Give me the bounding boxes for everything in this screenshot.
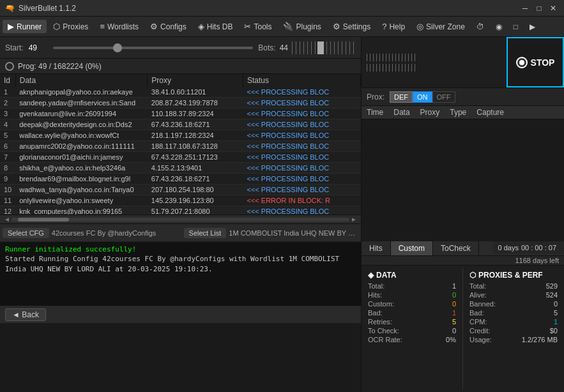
cell-data: aknphanigopal@yahoo.co.in:aekaye: [15, 87, 148, 98]
scroll-right-arrow[interactable]: ►: [349, 216, 358, 223]
cell-data: wallace.wylie@yahoo.in:wowfCt: [15, 130, 148, 141]
back-row: ◄ Back: [0, 305, 361, 323]
timer-icon: ⏱: [476, 22, 484, 31]
h-scroll-thumb[interactable]: [18, 218, 69, 222]
cell-proxy: 218.1.197.128:2324: [148, 130, 243, 141]
maximize-button[interactable]: □: [533, 3, 545, 14]
nav-proxies[interactable]: ⬡ Proxies: [48, 20, 93, 33]
nav-tools[interactable]: ✂ Tools: [239, 20, 277, 33]
table-row[interactable]: 4 deepak@dexteritydesign.co.in:Dds2 67.4…: [0, 119, 361, 130]
table-row[interactable]: 9 brendaar69@mailbox.blognet.in:g9l 67.4…: [0, 174, 361, 185]
table-row[interactable]: 8 shikha_e@yahoo.co.in:help3246a 4.155.2…: [0, 163, 361, 174]
select-list-tab[interactable]: Select List: [184, 228, 227, 238]
prox-def-option[interactable]: DEF: [390, 91, 413, 103]
stop-box[interactable]: STOP: [507, 37, 564, 87]
nav-help[interactable]: ? Help: [377, 20, 410, 33]
cell-proxy: 110.188.37.89:2324: [148, 109, 243, 119]
active-list: 1M COMBOLIST India UHQ NEW BY LORD AL: [229, 229, 358, 237]
minimize-button[interactable]: ─: [519, 3, 531, 14]
capture-headers: Time Data Proxy Type Capture: [362, 106, 564, 119]
prox-cpm-val: 1: [554, 318, 558, 326]
col-status: Status: [243, 74, 361, 87]
prox-bad-label: Bad:: [469, 309, 484, 317]
days-left-text: 1168 days left: [515, 257, 560, 264]
nav-configs-label: Configs: [160, 22, 187, 31]
prox-total-label: Total:: [469, 282, 486, 290]
table-row[interactable]: 6 anupamrc2002@yahoo.co.in:111111 188.11…: [0, 141, 361, 152]
wordlists-icon: ≡: [100, 22, 105, 31]
square-icon: □: [514, 22, 518, 31]
tab-tocheck[interactable]: ToCheck: [433, 241, 479, 255]
select-cfg-tab[interactable]: Select CFG: [3, 228, 49, 238]
back-button[interactable]: ◄ Back: [5, 308, 46, 321]
prox-bad-val: 5: [554, 309, 558, 317]
prox-credit-val: $0: [550, 327, 558, 335]
cell-proxy: 38.41.0.60:11201: [148, 87, 243, 98]
cell-data: glorianaconor01@aichi.in:jamesy: [15, 152, 148, 163]
stop-circle: [516, 57, 528, 68]
cell-data: knk_computers@yahoo.in:99165: [15, 206, 148, 215]
prox-row: Prox: DEF ON OFF: [362, 88, 564, 106]
slider-thumb[interactable]: [113, 43, 122, 52]
tab-hits[interactable]: Hits: [362, 241, 391, 255]
h-scroll-track[interactable]: [11, 218, 349, 222]
col-proxy: Proxy: [148, 74, 243, 87]
cap-capture: Capture: [476, 108, 504, 117]
cell-data: onlylivewire@yahoo.in:sweety: [15, 195, 148, 206]
runner-icon: ▶: [8, 22, 14, 31]
col-data: Data: [15, 74, 148, 87]
right-top: STOP: [362, 37, 564, 88]
table-row[interactable]: 2 sandeep.yadav@rnfiservices.in:Sand 208…: [0, 98, 361, 109]
prox-on-option[interactable]: ON: [413, 91, 432, 103]
nav-icon2[interactable]: ◉: [491, 20, 507, 33]
nav-settings[interactable]: ⚙ Settings: [328, 20, 376, 33]
table-row[interactable]: 11 onlylivewire@yahoo.in:sweety 145.239.…: [0, 195, 361, 206]
stat-retries: Retries: 5: [368, 318, 456, 326]
cap-time: Time: [367, 108, 383, 117]
stat-total: Total: 1: [368, 282, 456, 290]
prox-toggle-group: DEF ON OFF: [390, 91, 455, 103]
cell-data: gvenkatarun@live.in:26091994: [15, 109, 148, 119]
stat-tocheck-label: To Check:: [368, 327, 399, 335]
stat-tocheck-val: 0: [452, 327, 456, 335]
prox-alive-val: 524: [546, 291, 558, 299]
titlebar-controls: ─ □ ✕: [519, 3, 559, 14]
prox-alive-label: Alive:: [469, 291, 487, 299]
start-label: Start:: [5, 43, 24, 52]
tab-custom[interactable]: Custom: [391, 241, 433, 255]
progress-text: Prog: 49 / 1682224 (0%): [18, 62, 102, 71]
table-row[interactable]: 3 gvenkatarun@live.in:26091994 110.188.3…: [0, 109, 361, 119]
nav-wordlists[interactable]: ≡ Wordlists: [95, 20, 144, 33]
table-row[interactable]: 7 glorianaconor01@aichi.in:jamesy 67.43.…: [0, 152, 361, 163]
cell-proxy: 188.117.108.67:3128: [148, 141, 243, 152]
stat-ocr-label: OCR Rate:: [368, 336, 402, 343]
nav-runner[interactable]: ▶ Runner: [3, 20, 47, 33]
slider-track[interactable]: [53, 47, 254, 49]
nav-hitsdb[interactable]: ◈ Hits DB: [193, 20, 238, 33]
proxies-icon: ⬡: [469, 271, 476, 280]
bots-thumb[interactable]: [317, 41, 324, 54]
table-row[interactable]: 12 knk_computers@yahoo.in:99165 51.79.20…: [0, 206, 361, 215]
data-table: Id Data Proxy Status 1 aknphanigopal@yah…: [0, 74, 361, 215]
nav-icon3[interactable]: □: [508, 20, 523, 33]
stop-label: STOP: [531, 57, 555, 68]
close-button[interactable]: ✕: [547, 3, 559, 14]
table-row[interactable]: 5 wallace.wylie@yahoo.in:wowfCt 218.1.19…: [0, 130, 361, 141]
bots-label: Bots:: [258, 43, 275, 52]
data-icon: ◈: [368, 271, 374, 280]
hitsdb-icon: ◈: [198, 22, 204, 31]
bots-ruler[interactable]: [292, 41, 356, 54]
stat-total-label: Total:: [368, 282, 385, 290]
nav-configs[interactable]: ⚙ Configs: [145, 20, 192, 33]
stat-retries-val: 5: [452, 318, 456, 326]
table-row[interactable]: 10 wadhwa_tanya@yahoo.co.in:Tanya0 207.1…: [0, 185, 361, 195]
nav-icon4[interactable]: ▶: [524, 20, 540, 33]
table-row[interactable]: 1 aknphanigopal@yahoo.co.in:aekaye 38.41…: [0, 87, 361, 98]
scroll-left-arrow[interactable]: ◄: [3, 216, 11, 223]
cell-id: 9: [0, 174, 15, 185]
nav-timer-icon[interactable]: ⏱: [471, 20, 489, 33]
prox-off-option[interactable]: OFF: [432, 91, 455, 103]
nav-plugins[interactable]: 🔌 Plugins: [278, 20, 326, 33]
stop-button[interactable]: STOP: [516, 57, 555, 68]
nav-silverzone[interactable]: ◎ Silver Zone: [411, 20, 470, 33]
